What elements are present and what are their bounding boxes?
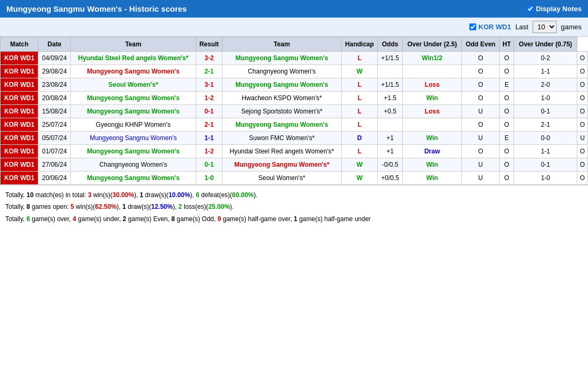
odds-value: Loss — [402, 105, 461, 118]
odds-value: Loss — [402, 78, 461, 92]
team1-name: Changnyeong Women's — [71, 158, 196, 172]
match-outcome: W — [341, 158, 378, 172]
handicap-value: +1/1.5 — [378, 52, 402, 65]
match-date: 01/07/24 — [38, 145, 71, 158]
over-under-value: O — [462, 118, 500, 132]
over-under-value: U — [462, 158, 500, 172]
table-row: KOR WD1 27/06/24 Changnyeong Women's 0-1… — [1, 158, 588, 172]
odds-value: Win — [402, 92, 461, 105]
match-label: KOR WD1 — [1, 118, 38, 132]
over-under-value: O — [462, 145, 500, 158]
match-date: 20/08/24 — [38, 92, 71, 105]
team1-name: Mungyeong Sangmu Women's — [71, 172, 196, 185]
over-under2-value: O — [577, 65, 587, 78]
col-team1: Team — [71, 37, 196, 52]
odd-even-value: O — [500, 145, 514, 158]
odds-value: Draw — [402, 145, 461, 158]
over-under-value: U — [462, 172, 500, 185]
summary-line-1: Totally, 10 match(es) in total: 3 win(s)… — [5, 190, 583, 200]
col-over-under-25: Over Under (2.5) — [402, 37, 461, 52]
ht-score: 1-1 — [514, 145, 577, 158]
odd-even-value: O — [500, 105, 514, 118]
team1-name: Mungyeong Sangmu Women's — [71, 145, 196, 158]
ht-score: 2-0 — [514, 78, 577, 92]
team1-name: Mungyeong Sangmu Women's — [71, 132, 196, 145]
over-under2-value: O — [577, 105, 587, 118]
match-date: 05/07/24 — [38, 132, 71, 145]
match-date: 15/08/24 — [38, 105, 71, 118]
table-row: KOR WD1 23/08/24 Seoul Women's* 3-1 Mung… — [1, 78, 588, 92]
match-label: KOR WD1 — [1, 52, 38, 65]
match-outcome: D — [341, 132, 378, 145]
odd-even-value: O — [500, 92, 514, 105]
match-date: 27/06/24 — [38, 158, 71, 172]
header-right: Display Notes — [527, 5, 582, 13]
team2-name: Hyundai Steel Red angels Women's* — [222, 145, 341, 158]
over-under2-value: O — [577, 145, 587, 158]
team2-name: Mungyeong Sangmu Women's — [222, 118, 341, 132]
odd-even-value: O — [500, 172, 514, 185]
handicap-value: +1/1.5 — [378, 78, 402, 92]
table-row: KOR WD1 15/08/24 Mungyeong Sangmu Women'… — [1, 105, 588, 118]
page-title: Mungyeong Sangmu Women's - Historic scor… — [6, 4, 187, 13]
match-outcome: W — [341, 172, 378, 185]
handicap-value: +0/0.5 — [378, 172, 402, 185]
match-date: 25/07/24 — [38, 118, 71, 132]
odd-even-value: O — [500, 52, 514, 65]
display-notes-label[interactable]: Display Notes — [527, 5, 582, 13]
over-under2-value: O — [577, 158, 587, 172]
filter-bar: KOR WD1 Last 5 10 15 20 All games — [0, 18, 588, 37]
match-result: 1-2 — [196, 145, 222, 158]
odds-value — [402, 65, 461, 78]
match-outcome: L — [341, 78, 378, 92]
match-label: KOR WD1 — [1, 172, 38, 185]
team2-name: Changnyeong Women's — [222, 65, 341, 78]
team2-name: Sejong Sportstoto Women's* — [222, 105, 341, 118]
match-date: 29/08/24 — [38, 65, 71, 78]
over-under-value: O — [462, 78, 500, 92]
table-row: KOR WD1 05/07/24 Mungyeong Sangmu Women'… — [1, 132, 588, 145]
table-row: KOR WD1 01/07/24 Mungyeong Sangmu Women'… — [1, 145, 588, 158]
col-date: Date — [38, 37, 71, 52]
handicap-value: +1 — [378, 132, 402, 145]
table-row: KOR WD1 04/09/24 Hyundai Steel Red angel… — [1, 52, 588, 65]
match-outcome: L — [341, 52, 378, 65]
team2-name: Suwon FMC Women's* — [222, 132, 341, 145]
match-outcome: W — [341, 65, 378, 78]
match-label: KOR WD1 — [1, 105, 38, 118]
league-filter[interactable]: KOR WD1 — [469, 23, 511, 31]
odd-even-value: O — [500, 158, 514, 172]
over-under-value: U — [462, 132, 500, 145]
col-team2: Team — [222, 37, 341, 52]
match-label: KOR WD1 — [1, 132, 38, 145]
odds-value: Win — [402, 132, 461, 145]
team2-name: Hwacheon KSPO Women's* — [222, 92, 341, 105]
table-header-row: Match Date Team Result Team Handicap Odd… — [1, 37, 588, 52]
ht-score: 1-0 — [514, 92, 577, 105]
handicap-value — [378, 118, 402, 132]
over-under-value: O — [462, 65, 500, 78]
match-result: 0-1 — [196, 105, 222, 118]
odds-value: Win — [402, 158, 461, 172]
ht-score: 0-1 — [514, 158, 577, 172]
match-outcome: L — [341, 92, 378, 105]
match-label: KOR WD1 — [1, 65, 38, 78]
handicap-value: +1.5 — [378, 92, 402, 105]
col-odds: Odds — [378, 37, 402, 52]
team2-name: Mungyeong Sangmu Women's — [222, 52, 341, 65]
handicap-value — [378, 65, 402, 78]
league-checkbox[interactable] — [469, 23, 476, 30]
over-under2-value: O — [577, 172, 587, 185]
games-select[interactable]: 5 10 15 20 All — [533, 21, 557, 33]
match-label: KOR WD1 — [1, 158, 38, 172]
table-row: KOR WD1 29/08/24 Mungyeong Sangmu Women'… — [1, 65, 588, 78]
match-result: 3-2 — [196, 52, 222, 65]
col-result: Result — [196, 37, 222, 52]
display-notes-checkbox[interactable] — [527, 5, 534, 12]
summary-section: Totally, 10 match(es) in total: 3 win(s)… — [0, 185, 588, 230]
match-result: 2-1 — [196, 65, 222, 78]
match-label: KOR WD1 — [1, 78, 38, 92]
handicap-value: +1 — [378, 145, 402, 158]
match-date: 20/06/24 — [38, 172, 71, 185]
match-result: 0-1 — [196, 158, 222, 172]
